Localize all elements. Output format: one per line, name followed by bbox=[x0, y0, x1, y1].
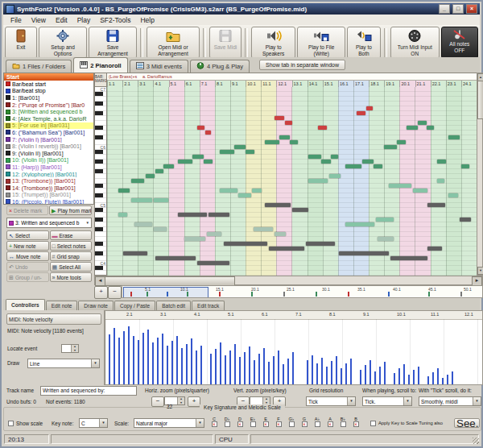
tab-batch-edit[interactable]: Batch edit bbox=[156, 301, 191, 310]
velocity-stem[interactable] bbox=[200, 346, 202, 384]
midi-note[interactable] bbox=[220, 189, 237, 193]
midi-note[interactable] bbox=[134, 222, 152, 226]
track-row[interactable]: 7: (Violin I) [Bar001] bbox=[4, 136, 93, 143]
select-notes-button[interactable]: □Select notes bbox=[50, 241, 93, 251]
velocity-stem[interactable] bbox=[162, 334, 163, 384]
ruler-bar-cell[interactable]: 14.1 bbox=[308, 81, 323, 87]
ruler-bar-cell[interactable]: 7.1 bbox=[200, 81, 215, 87]
midi-note[interactable] bbox=[362, 160, 374, 164]
midi-note[interactable] bbox=[437, 160, 446, 164]
spinner-arrows-icon[interactable]: ▲▼ bbox=[262, 397, 270, 404]
velocity-stem[interactable] bbox=[442, 378, 444, 384]
open-midi-button[interactable]: Open Midi or Arrangement▼ bbox=[147, 27, 200, 59]
locate-event-spinner[interactable]: ▲▼ bbox=[61, 344, 79, 353]
play-from-mark-button[interactable]: ▶Play from mark bbox=[49, 205, 92, 215]
velocity-stem[interactable] bbox=[171, 341, 173, 384]
ruler-bar-cell[interactable]: 22.1 bbox=[431, 81, 446, 87]
track-name-input[interactable]: Written and sequenced by: bbox=[40, 386, 137, 396]
ruler-bar-cell[interactable]: 3.1 bbox=[138, 81, 153, 87]
velocity-stem[interactable] bbox=[128, 326, 130, 384]
select-button[interactable]: ↖Select bbox=[6, 230, 49, 240]
track-row[interactable]: 15: (Trumpet)) [Bar001] bbox=[4, 192, 93, 199]
velocity-stem[interactable] bbox=[176, 336, 178, 384]
midi-note[interactable] bbox=[146, 174, 155, 178]
velocity-stem[interactable] bbox=[225, 355, 226, 384]
scale-note-checkbox[interactable] bbox=[225, 421, 230, 427]
velocity-stem[interactable] bbox=[384, 362, 386, 384]
scale-note-checkbox[interactable]: × bbox=[328, 421, 333, 427]
midi-note[interactable] bbox=[461, 164, 469, 168]
track-row[interactable]: 8: (Violin I reverb)) [Bar001] bbox=[4, 143, 93, 150]
velocity-stem[interactable] bbox=[321, 358, 323, 384]
key-note-combo[interactable]: C▼ bbox=[79, 418, 108, 428]
marker-row[interactable]: (Low Brass(+s a. DarioRamus bbox=[107, 73, 477, 80]
velocity-stem[interactable] bbox=[215, 349, 217, 384]
save-arrangement-button[interactable]: Save Arrangement bbox=[89, 27, 137, 59]
ruler-bar-cell[interactable]: 10.1 bbox=[246, 81, 261, 87]
ruler-bar-cell[interactable]: 1.1 bbox=[107, 81, 122, 87]
midi-note[interactable] bbox=[205, 131, 211, 135]
legend-bar-beat-stop[interactable]: Bar/beat stop bbox=[4, 88, 93, 95]
velocity-stem[interactable] bbox=[133, 336, 134, 384]
setup-options-button[interactable]: Setup and Options bbox=[39, 27, 87, 59]
scale-note-checkbox[interactable]: × bbox=[302, 421, 308, 427]
play-file-button[interactable]: Play to File (Write) bbox=[297, 27, 345, 59]
midi-note[interactable] bbox=[131, 179, 144, 183]
scale-combo[interactable]: Natural major▼ bbox=[134, 418, 204, 428]
track-row[interactable]: 13: (Trombone)) [Bar001] bbox=[4, 177, 93, 185]
midi-note[interactable] bbox=[437, 179, 444, 183]
exit-button[interactable]: Exit bbox=[5, 27, 37, 59]
play-both-button[interactable]: Play to Both bbox=[347, 27, 381, 59]
scale-note-checkbox[interactable] bbox=[250, 421, 256, 427]
velocity-stem[interactable] bbox=[244, 352, 246, 384]
velocity-stem[interactable] bbox=[196, 351, 197, 384]
menu-sf2-tools[interactable]: SF2-Tools bbox=[95, 15, 135, 25]
apply-key-checkbox[interactable] bbox=[370, 421, 376, 426]
midi-note[interactable] bbox=[290, 140, 298, 144]
velocity-stem[interactable] bbox=[398, 368, 400, 384]
track-row[interactable]: 1: [Bar001] bbox=[4, 94, 93, 102]
track-row[interactable]: 10: (Violin II)) [Bar001] bbox=[4, 157, 93, 164]
midi-note[interactable] bbox=[224, 242, 267, 246]
midi-note[interactable] bbox=[265, 140, 279, 144]
midi-note[interactable] bbox=[345, 164, 361, 168]
velocity-stem[interactable] bbox=[427, 376, 429, 384]
scale-note-g[interactable]: G× bbox=[298, 417, 311, 427]
velocity-stem[interactable] bbox=[331, 361, 332, 384]
velocity-editor[interactable]: 2.13.14.15.16.17.18.19.110.111.112.1 bbox=[105, 310, 483, 385]
velocity-stem[interactable] bbox=[452, 371, 453, 384]
midi-note[interactable] bbox=[427, 126, 434, 130]
midi-note[interactable] bbox=[345, 222, 374, 226]
midi-note[interactable] bbox=[204, 160, 213, 164]
midi-note[interactable] bbox=[275, 116, 284, 120]
midi-note[interactable] bbox=[163, 164, 174, 168]
tab-copy-paste[interactable]: Copy / Paste bbox=[114, 301, 155, 310]
midi-note[interactable] bbox=[197, 126, 204, 130]
velocity-stem[interactable] bbox=[114, 328, 115, 384]
ruler-bar-cell[interactable]: 9.1 bbox=[230, 81, 246, 87]
ruler-bar-cell[interactable]: 17.1 bbox=[353, 81, 369, 87]
bar-ruler[interactable]: 1.12.13.14.15.16.17.18.19.110.111.112.11… bbox=[107, 80, 477, 87]
scale-note-checkbox[interactable]: × bbox=[276, 421, 282, 427]
midi-note[interactable] bbox=[390, 256, 427, 260]
tab-controllers[interactable]: Controllers bbox=[6, 299, 45, 310]
midi-note[interactable] bbox=[378, 237, 394, 241]
velocity-stem[interactable] bbox=[307, 360, 308, 384]
velocity-stem[interactable] bbox=[379, 367, 381, 384]
midi-note[interactable] bbox=[154, 198, 168, 202]
ruler-bar-cell[interactable]: 8.1 bbox=[215, 81, 230, 87]
midi-note[interactable] bbox=[155, 169, 163, 173]
midi-note[interactable] bbox=[418, 121, 427, 125]
midi-note[interactable] bbox=[318, 126, 327, 130]
track-row[interactable]: 2: ("Purge of Promise") [Bar0 bbox=[4, 102, 93, 109]
velocity-stem[interactable] bbox=[394, 373, 395, 384]
midi-input-button[interactable]: Turn Midi Input ON bbox=[390, 27, 440, 59]
velocity-stem[interactable] bbox=[109, 334, 110, 384]
tab-draw-note[interactable]: Draw note bbox=[78, 301, 114, 310]
overview-view-range[interactable] bbox=[123, 287, 208, 298]
midi-note[interactable] bbox=[397, 140, 406, 144]
menu-play[interactable]: Play bbox=[72, 15, 96, 25]
ruler-bar-cell[interactable]: 11.1 bbox=[261, 81, 276, 87]
legend-bar-beat-start[interactable]: Bar/beat start bbox=[4, 81, 93, 88]
midi-note[interactable] bbox=[329, 174, 341, 178]
